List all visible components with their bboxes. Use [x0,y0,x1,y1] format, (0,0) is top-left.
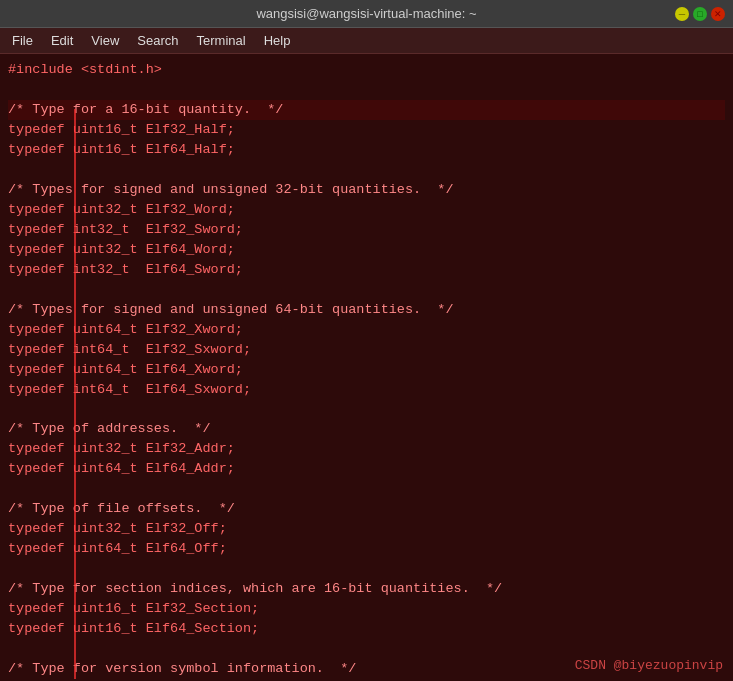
code-line: typedef uint64_t Elf64_Addr; [8,459,725,479]
code-line [8,639,725,659]
title-bar: wangsisi@wangsisi-virtual-machine: ~ ─ □… [0,0,733,28]
code-container: #include <stdint.h> /* Type for a 16-bit… [8,60,725,681]
code-line: typedef int32_t Elf64_Sword; [8,260,725,280]
menu-view[interactable]: View [83,31,127,50]
code-line: typedef uint32_t Elf32_Off; [8,519,725,539]
menu-bar: File Edit View Search Terminal Help [0,28,733,54]
code-line [8,160,725,180]
window-container: wangsisi@wangsisi-virtual-machine: ~ ─ □… [0,0,733,681]
menu-search[interactable]: Search [129,31,186,50]
code-line: typedef int64_t Elf32_Sxword; [8,340,725,360]
window-title: wangsisi@wangsisi-virtual-machine: ~ [58,6,675,21]
watermark: CSDN @biyezuopinvip [575,658,723,673]
cursor-line [74,109,76,679]
menu-edit[interactable]: Edit [43,31,81,50]
maximize-button[interactable]: □ [693,7,707,21]
close-button[interactable]: ✕ [711,7,725,21]
code-line: typedef uint16_t Elf64_Half; [8,140,725,160]
code-line: /* Type for a 16-bit quantity. */ [8,100,725,120]
code-line: typedef uint64_t Elf64_Xword; [8,360,725,380]
code-line: /* Types for signed and unsigned 64-bit … [8,300,725,320]
code-line [8,479,725,499]
code-line: typedef int32_t Elf32_Sword; [8,220,725,240]
code-line: /* Type of file offsets. */ [8,499,725,519]
code-line: typedef uint16_t Elf32_Section; [8,599,725,619]
code-line [8,80,725,100]
code-line: /* Type for section indices, which are 1… [8,579,725,599]
code-line [8,559,725,579]
code-line: typedef int64_t Elf64_Sxword; [8,380,725,400]
minimize-button[interactable]: ─ [675,7,689,21]
terminal-body[interactable]: #include <stdint.h> /* Type for a 16-bit… [0,54,733,681]
code-line: typedef uint32_t Elf64_Word; [8,240,725,260]
menu-file[interactable]: File [4,31,41,50]
code-line: /* Type of addresses. */ [8,419,725,439]
menu-terminal[interactable]: Terminal [189,31,254,50]
code-line: typedef uint64_t Elf32_Xword; [8,320,725,340]
menu-help[interactable]: Help [256,31,299,50]
code-line: typedef uint64_t Elf64_Off; [8,539,725,559]
window-controls: ─ □ ✕ [675,7,725,21]
code-line: typedef uint32_t Elf32_Word; [8,200,725,220]
code-line: #include <stdint.h> [8,60,725,80]
code-line [8,399,725,419]
code-line: typedef uint16_t Elf32_Half; [8,120,725,140]
code-line: typedef uint16_t Elf64_Section; [8,619,725,639]
code-line [8,280,725,300]
code-line: /* Types for signed and unsigned 32-bit … [8,180,725,200]
code-line: typedef uint32_t Elf32_Addr; [8,439,725,459]
